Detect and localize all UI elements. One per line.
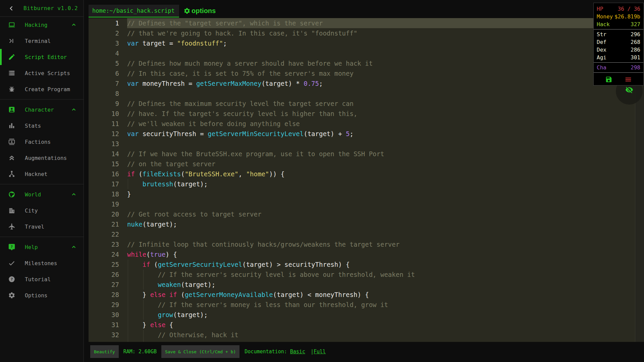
laptop-icon (8, 21, 15, 28)
sidebar-item-label: Milestones (25, 260, 57, 266)
sidebar-item-label: Tutorial (25, 276, 51, 283)
stat-value: 327 (631, 20, 640, 28)
sidebar-item-tutorial[interactable]: ?Tutorial (0, 271, 84, 287)
sidebar-item-city[interactable]: City (0, 202, 84, 219)
divider (594, 72, 643, 73)
line-number: 24 (89, 249, 127, 259)
tab-basic-hack-script[interactable]: home:~/basic_hack.script (89, 5, 179, 17)
line-content: } else { (127, 320, 644, 330)
code-line-19: 19 (89, 199, 644, 209)
line-number: 11 (89, 119, 127, 129)
ram-usage: RAM: 2.60GB (123, 349, 157, 355)
line-number: 18 (89, 189, 127, 199)
divider (0, 184, 84, 184)
code-line-26: 26 // If the server's security level is … (89, 269, 644, 280)
overview-stat-def: Def268 (594, 38, 643, 46)
code-line-25: 25 if (getServerSecurityLevel(target) > … (89, 259, 644, 269)
sidebar-item-stats[interactable]: Stats (0, 118, 84, 134)
sidebar-item-label: Augmentations (25, 155, 67, 161)
eye-slash-icon[interactable] (625, 86, 633, 94)
sidebar-item-active-scripts[interactable]: Active Scripts (0, 65, 84, 81)
code-editor[interactable]: 1// Defines the "target server", which i… (89, 18, 644, 342)
chevron-up-icon (71, 22, 77, 28)
code-line-28: 28 } else if (getServerMoneyAvailable(ta… (89, 290, 644, 300)
sidebar-item-label: Stats (25, 123, 41, 129)
line-content: // If we have the BruteSSH.exe program, … (127, 149, 644, 159)
stat-label: HP (597, 5, 603, 13)
sidebar-item-options[interactable]: Options (0, 287, 84, 303)
stat-label: Agi (597, 54, 606, 61)
indent-guide (128, 300, 128, 310)
line-number: 25 (89, 259, 127, 269)
sidebar-item-create-program[interactable]: Create Program (0, 81, 84, 97)
stat-value: $26.819b (614, 13, 640, 20)
code-line-7: 7var moneyThresh = getServerMaxMoney(tar… (89, 78, 644, 88)
stat-value: 301 (631, 54, 640, 61)
sidebar-item-label: Active Scripts (25, 70, 70, 76)
line-content: // Infinite loop that continously hacks/… (127, 239, 644, 249)
line-content: // Defines the "target server", which is… (127, 18, 644, 28)
sidebar-item-script-editor[interactable]: Script Editor (0, 49, 84, 65)
line-number: 16 (89, 169, 127, 179)
line-number: 19 (89, 199, 127, 209)
code-line-4: 4 (89, 48, 644, 58)
code-line-30: 30 grow(target); (89, 310, 644, 320)
line-content: // In this case, it is set to 75% of the… (127, 68, 644, 78)
building-icon (8, 207, 15, 214)
chevron-left-icon[interactable] (8, 5, 15, 12)
indent-guide (143, 310, 144, 320)
kill-scripts-icon[interactable] (625, 76, 632, 83)
sidebar-section-help[interactable]: ?Help (0, 239, 84, 255)
beautify-button[interactable]: Beautify (90, 345, 119, 358)
sidebar-item-label: Create Program (25, 86, 70, 93)
line-number: 5 (89, 58, 127, 68)
sidebar-item-augmentations[interactable]: Augmentations (0, 150, 84, 166)
code-line-14: 14// If we have the BruteSSH.exe program… (89, 149, 644, 159)
section-label: World (25, 191, 41, 198)
line-content: // Defines how much money a server shoul… (127, 58, 644, 68)
line-number: 31 (89, 320, 127, 330)
sidebar-item-hacknet[interactable]: Hacknet (0, 166, 84, 182)
tab-label: home:~/basic_hack.script (92, 7, 175, 14)
line-number: 30 (89, 310, 127, 320)
overview-stat-agi: Agi301 (594, 54, 643, 61)
sidebar-section-world[interactable]: World (0, 186, 84, 202)
code-lines: 1// Defines the "target server", which i… (89, 18, 644, 342)
sidebar-item-factions[interactable]: Factions (0, 134, 84, 150)
line-number: 12 (89, 129, 127, 139)
check-icon (8, 259, 15, 267)
sidebar-section-character[interactable]: Character (0, 102, 84, 118)
code-line-17: 17 brutessh(target); (89, 179, 644, 189)
divider (594, 29, 643, 29)
sidebar-nav: HackingTerminalScript EditorActive Scrip… (0, 17, 84, 303)
code-line-9: 9// Defines the maximum security level t… (89, 99, 644, 109)
documentation-label: Documentation: (245, 349, 287, 355)
editor-options-button[interactable]: options (183, 6, 216, 16)
sidebar-section-hacking[interactable]: Hacking (0, 17, 84, 33)
line-content: // Otherwise, hack it (127, 330, 644, 340)
line-content: // that we're going to hack. In this cas… (127, 28, 644, 38)
code-line-24: 24while(true) { (89, 249, 644, 259)
line-content: // on the target server (127, 159, 644, 169)
sidebar-item-terminal[interactable]: Terminal (0, 33, 84, 49)
sidebar-item-travel[interactable]: Travel (0, 219, 84, 235)
sidebar-item-label: Hacknet (25, 171, 47, 177)
line-number: 26 (89, 269, 127, 280)
terminal-icon (8, 37, 15, 45)
save-icon[interactable] (605, 76, 612, 83)
airplane-icon (8, 223, 15, 230)
stat-label: Hack (597, 20, 610, 28)
sidebar-item-label: Options (25, 292, 47, 299)
line-content: // If the server's money is less than ou… (127, 300, 644, 310)
app-title: Bitburner v1.0.2 (23, 5, 78, 11)
line-content: if (fileExists("BruteSSH.exe", "home")) … (127, 169, 644, 179)
doc-basic-link[interactable]: Basic (290, 349, 305, 355)
code-line-23: 23// Infinite loop that continously hack… (89, 239, 644, 249)
line-content (127, 139, 644, 149)
line-content: weaken(target); (127, 280, 644, 290)
double-chevron-up-icon (8, 154, 15, 162)
sidebar-item-milestones[interactable]: Milestones (0, 255, 84, 271)
svg-text:?: ? (11, 277, 13, 282)
save-close-button[interactable]: Save & Close (Ctrl/Cmd + b) (161, 345, 239, 358)
doc-full-link[interactable]: Full (314, 349, 326, 355)
